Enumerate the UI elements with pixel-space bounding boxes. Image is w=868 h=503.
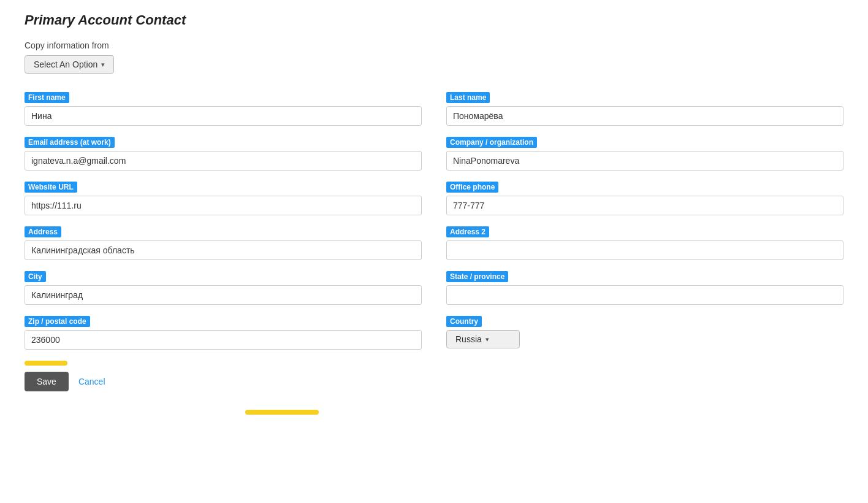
- website-input[interactable]: [25, 196, 422, 215]
- address-input[interactable]: [25, 240, 422, 260]
- email-label: Email address (at work): [25, 137, 115, 148]
- select-option-label: Select An Option: [34, 60, 97, 69]
- country-value: Russia: [455, 334, 482, 344]
- state-label: State / province: [446, 271, 508, 282]
- copy-label: Copy information from: [25, 40, 843, 50]
- first-name-label: First name: [25, 92, 69, 103]
- country-dropdown[interactable]: Russia ▾: [446, 330, 520, 348]
- company-label: Company / organization: [446, 137, 537, 148]
- address2-input[interactable]: [446, 240, 843, 260]
- state-input[interactable]: [446, 285, 843, 305]
- email-input[interactable]: [25, 151, 422, 171]
- first-name-input[interactable]: [25, 106, 422, 126]
- first-name-field: First name: [25, 92, 422, 126]
- save-button[interactable]: Save: [25, 372, 69, 391]
- address2-label: Address 2: [446, 226, 489, 237]
- decorative-bar-1: [25, 361, 67, 366]
- website-field: Website URL: [25, 182, 422, 215]
- dropdown-arrow-icon: ▾: [101, 61, 105, 69]
- city-field: City: [25, 271, 422, 305]
- office-phone-input[interactable]: [446, 196, 843, 215]
- zip-label: Zip / postal code: [25, 316, 90, 327]
- last-name-label: Last name: [446, 92, 490, 103]
- page-title: Primary Account Contact: [25, 12, 843, 28]
- address2-field: Address 2: [446, 226, 843, 260]
- country-label: Country: [446, 316, 482, 327]
- zip-input[interactable]: [25, 330, 422, 350]
- decorative-bar-2: [245, 410, 319, 415]
- cancel-link[interactable]: Cancel: [78, 377, 105, 386]
- city-label: City: [25, 271, 46, 282]
- copy-information-section: Copy information from Select An Option ▾: [25, 40, 843, 74]
- form-actions: Save Cancel: [25, 372, 843, 391]
- last-name-input[interactable]: [446, 106, 843, 126]
- zip-field: Zip / postal code: [25, 316, 422, 350]
- state-field: State / province: [446, 271, 843, 305]
- company-input[interactable]: [446, 151, 843, 171]
- city-input[interactable]: [25, 285, 422, 305]
- website-label: Website URL: [25, 182, 77, 193]
- country-field: Country Russia ▾: [446, 316, 843, 350]
- address-label: Address: [25, 226, 61, 237]
- last-name-field: Last name: [446, 92, 843, 126]
- address-field: Address: [25, 226, 422, 260]
- country-arrow-icon: ▾: [485, 336, 489, 344]
- office-phone-label: Office phone: [446, 182, 498, 193]
- office-phone-field: Office phone: [446, 182, 843, 215]
- company-field: Company / organization: [446, 137, 843, 171]
- form-grid: First name Last name Email address (at w…: [25, 92, 843, 361]
- select-option-dropdown[interactable]: Select An Option ▾: [25, 55, 114, 74]
- email-field: Email address (at work): [25, 137, 422, 171]
